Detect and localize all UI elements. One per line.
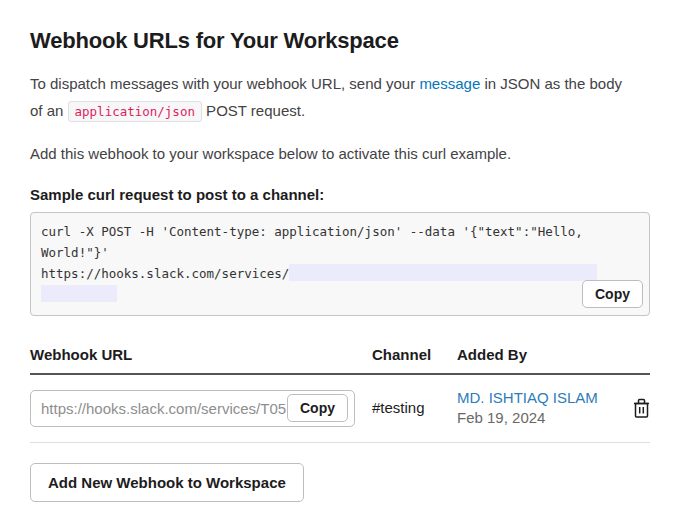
channel-name: #testing — [372, 399, 425, 416]
row-actions-cell — [624, 398, 650, 418]
intro-paragraph: To dispatch messages with your webhook U… — [30, 70, 630, 125]
curl-line-4 — [41, 284, 639, 305]
intro-text-before-link: To dispatch messages with your webhook U… — [30, 75, 419, 92]
header-webhook-url: Webhook URL — [30, 346, 372, 363]
webhook-settings-page: Webhook URLs for Your Workspace To dispa… — [0, 0, 680, 502]
row-copy-button[interactable]: Copy — [287, 394, 348, 422]
table-header-row: Webhook URL Channel Added By — [30, 346, 650, 375]
channel-cell: #testing — [372, 399, 457, 417]
added-by-user-link[interactable]: MD. ISHTIAQ ISLAM — [457, 389, 624, 406]
header-added-by: Added By — [457, 346, 650, 363]
intro-text-after-code: POST request. — [202, 102, 305, 119]
add-new-webhook-button[interactable]: Add New Webhook to Workspace — [30, 463, 304, 502]
added-by-cell: MD. ISHTIAQ ISLAM Feb 19, 2024 — [457, 389, 624, 427]
redacted-token-long — [289, 264, 597, 281]
page-title: Webhook URLs for Your Workspace — [30, 28, 650, 54]
content-type-inline-code: application/json — [68, 101, 202, 122]
message-link[interactable]: message — [419, 75, 480, 92]
table-row: Copy #testing MD. ISHTIAQ ISLAM Feb 19, … — [30, 375, 650, 443]
webhook-url-prefix: https://hooks.slack.com/services/ — [41, 266, 289, 281]
webhook-url-input-wrap: Copy — [30, 390, 355, 427]
header-channel: Channel — [372, 346, 457, 363]
redacted-token-short — [41, 285, 117, 302]
trash-icon — [633, 406, 650, 421]
curl-line-3: https://hooks.slack.com/services/ — [41, 263, 639, 284]
added-by-date: Feb 19, 2024 — [457, 409, 545, 426]
code-copy-button[interactable]: Copy — [582, 280, 643, 308]
webhook-table: Webhook URL Channel Added By Copy #testi… — [30, 346, 650, 443]
curl-code-block: curl -X POST -H 'Content-type: applicati… — [30, 212, 650, 316]
sample-curl-label: Sample curl request to post to a channel… — [30, 186, 650, 203]
activate-note: Add this webhook to your workspace below… — [30, 145, 650, 162]
delete-webhook-button[interactable] — [633, 398, 650, 418]
curl-line-1: curl -X POST -H 'Content-type: applicati… — [41, 221, 639, 242]
curl-line-2: World!"}' — [41, 242, 639, 263]
webhook-url-cell: Copy — [30, 390, 372, 427]
